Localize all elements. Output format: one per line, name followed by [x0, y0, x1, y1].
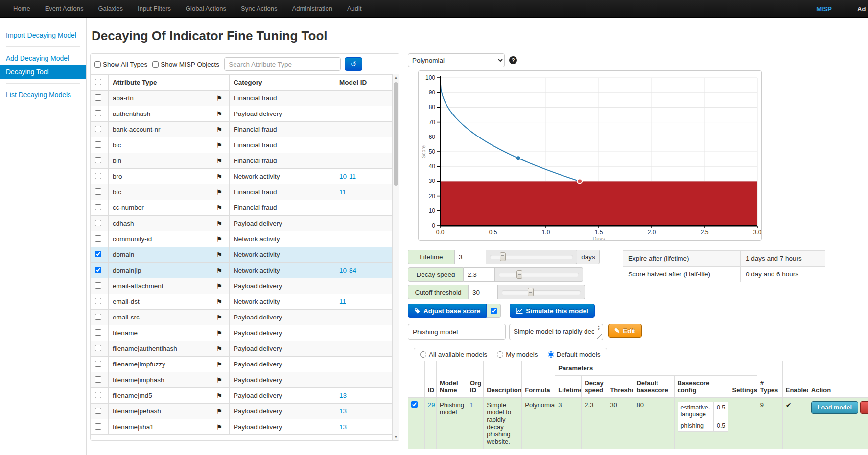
model-name-input[interactable] — [408, 324, 506, 340]
nav-item-sync-actions[interactable]: Sync Actions — [234, 0, 284, 18]
attribute-row-checkbox[interactable] — [95, 220, 101, 226]
model-id-link[interactable]: 13 — [339, 392, 347, 399]
load-model-button[interactable]: Load model — [811, 401, 858, 414]
model-id-link[interactable]: 10 — [339, 173, 347, 180]
radio-default-models[interactable] — [548, 351, 554, 358]
show-misp-objects-checkbox[interactable] — [152, 61, 159, 68]
cutoff-threshold-input[interactable] — [469, 285, 498, 299]
attribute-row-checkbox[interactable] — [95, 157, 101, 163]
formula-select[interactable]: Polynomial — [408, 53, 505, 67]
model-lifetime-cell: 3 — [555, 398, 582, 449]
decay-info-table: Expire after (lifetime) 1 days and 7 hou… — [623, 250, 825, 282]
attribute-row-checkbox[interactable] — [95, 188, 101, 195]
lifetime-input[interactable] — [455, 250, 486, 264]
lifetime-slider-handle[interactable] — [500, 252, 506, 261]
sidebar-item-add-decaying-model[interactable]: Add Decaying Model — [0, 51, 86, 65]
attribute-row-checkbox[interactable] — [95, 423, 101, 430]
adjust-base-score-button[interactable]: Adjust base score — [408, 304, 487, 318]
attribute-row-checkbox[interactable] — [95, 314, 101, 320]
user-menu[interactable]: Ad — [857, 5, 868, 13]
attribute-row-checkbox[interactable] — [95, 376, 101, 383]
attribute-row-checkbox[interactable] — [95, 235, 101, 242]
sidebar-item-decaying-tool[interactable]: Decaying Tool — [0, 65, 86, 79]
cutoff-threshold-slider-handle[interactable] — [528, 288, 534, 296]
attribute-row-checkbox[interactable] — [95, 345, 101, 351]
attribute-row-checkbox[interactable] — [95, 251, 101, 257]
nav-item-audit[interactable]: Audit — [340, 0, 369, 18]
model-id-link[interactable]: 11 — [349, 173, 356, 180]
show-all-types-checkbox[interactable] — [94, 61, 101, 68]
edit-model-button[interactable]: ✎ Edit — [608, 324, 642, 338]
decay-speed-slider[interactable] — [495, 267, 583, 282]
attribute-row-checkbox[interactable] — [95, 126, 101, 132]
attribute-row-checkbox[interactable] — [95, 408, 101, 414]
nav-item-home[interactable]: Home — [6, 0, 38, 18]
adjust-base-score-checkbox[interactable] — [491, 308, 497, 314]
cutoff-threshold-slider[interactable] — [498, 285, 585, 299]
attribute-row-btc: btc⚑Financial fraud11 — [91, 184, 392, 200]
flag-icon: ⚑ — [216, 204, 225, 212]
radio-all-available-models[interactable] — [420, 351, 426, 358]
lifetime-slider[interactable] — [486, 250, 577, 264]
scroll-down-icon[interactable]: ▼ — [393, 435, 399, 439]
attribute-row-checkbox[interactable] — [95, 298, 101, 304]
flag-icon: ⚑ — [216, 392, 225, 400]
resize-grip-icon[interactable] — [597, 334, 602, 339]
cutoff-marker[interactable] — [577, 179, 582, 183]
attribute-category-label: Payload delivery — [230, 216, 335, 231]
decay-speed-slider-handle[interactable] — [516, 270, 522, 279]
nav-item-galaxies[interactable]: Galaxies — [91, 0, 130, 18]
simulate-model-button[interactable]: Simulate this model — [510, 304, 595, 318]
attribute-row-checkbox[interactable] — [95, 110, 101, 116]
org-id-link[interactable]: 1 — [470, 401, 473, 409]
nav-item-global-actions[interactable]: Global Actions — [178, 0, 234, 18]
radio-my-models[interactable] — [497, 351, 503, 358]
decay-chart[interactable]: 01020304050607080901000.00.51.01.52.02.5… — [419, 71, 761, 240]
attribute-row-checkbox[interactable] — [95, 361, 101, 367]
filter-option-my-models: My models — [497, 351, 538, 358]
reset-search-button[interactable]: ↺ — [345, 57, 362, 71]
model-id-link[interactable]: 13 — [339, 408, 347, 415]
curve-point-marker[interactable] — [516, 156, 520, 160]
model-id-link[interactable]: 10 — [339, 267, 347, 274]
nav-item-administration[interactable]: Administration — [285, 0, 340, 18]
scrollbar-thumb[interactable] — [394, 82, 398, 186]
help-icon[interactable]: ? — [509, 56, 517, 64]
nav-item-event-actions[interactable]: Event Actions — [38, 0, 91, 18]
y-tick-label: 90 — [429, 89, 436, 96]
attribute-row-checkbox[interactable] — [95, 267, 101, 273]
model-id-link[interactable]: 11 — [339, 188, 346, 196]
attribute-row-checkbox[interactable] — [95, 141, 101, 148]
model-tuning-column: Polynomial ? 01020304050607080901000.00.… — [408, 53, 868, 455]
y-tick-label: 50 — [429, 148, 436, 155]
attribute-row-checkbox[interactable] — [95, 392, 101, 398]
org-link[interactable]: MISP — [816, 5, 832, 13]
model-row-checkbox[interactable] — [411, 401, 418, 408]
scroll-up-icon[interactable]: ▲ — [393, 75, 399, 80]
col-model-name: Model Name — [437, 361, 467, 398]
sidebar: Import Decaying ModelAdd Decaying ModelD… — [0, 18, 87, 455]
attribute-row-checkbox[interactable] — [95, 282, 101, 289]
sidebar-item-list-decaying-models[interactable]: List Decaying Models — [0, 88, 86, 102]
attribute-row-checkbox[interactable] — [95, 94, 101, 101]
flag-icon: ⚑ — [216, 94, 225, 102]
model-id-link[interactable]: 29 — [428, 401, 435, 409]
decay-speed-input[interactable] — [464, 267, 495, 282]
select-all-checkbox[interactable] — [95, 79, 101, 85]
nav-item-input-filters[interactable]: Input Filters — [130, 0, 178, 18]
search-attribute-input[interactable] — [224, 57, 341, 71]
attribute-type-label: cdhash — [113, 220, 134, 227]
attribute-row-checkbox[interactable] — [95, 204, 101, 210]
sidebar-divider — [6, 83, 80, 84]
model-description-textarea[interactable]: Simple model to rapidly decay ▲▼ — [509, 324, 603, 340]
pause-model-button[interactable] — [860, 401, 868, 414]
table-scrollbar[interactable]: ▲ ▼ — [392, 74, 399, 440]
attribute-row-checkbox[interactable] — [95, 173, 101, 179]
model-id-link[interactable]: 11 — [339, 298, 346, 305]
model-id-link[interactable]: 84 — [349, 267, 356, 274]
spinner-icons[interactable]: ▲▼ — [596, 325, 602, 331]
sidebar-item-import-decaying-model[interactable]: Import Decaying Model — [0, 28, 86, 42]
attribute-row-checkbox[interactable] — [95, 329, 101, 336]
model-id-link[interactable]: 13 — [339, 423, 347, 431]
show-misp-objects-label: Show MISP Objects — [161, 61, 219, 68]
